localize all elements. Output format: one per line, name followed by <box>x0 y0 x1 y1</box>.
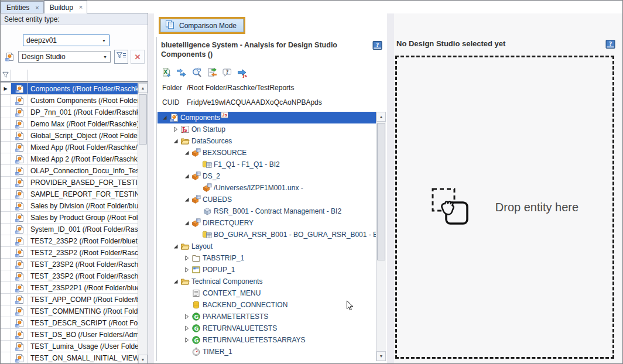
zoom-out-icon[interactable] <box>191 67 202 78</box>
tree-expand-icon[interactable] <box>182 254 191 262</box>
scroll-down-button[interactable]: ▼ <box>376 351 386 361</box>
entity-row[interactable]: PROVIDER_BASED_FOR_TESTING (/F <box>1 177 138 188</box>
row-selector-cell[interactable] <box>1 305 11 317</box>
row-selector-cell[interactable] <box>1 270 11 281</box>
scroll-thumb[interactable] <box>139 94 147 145</box>
row-selector-cell[interactable] <box>1 224 11 235</box>
tree-node[interactable]: DataSources <box>158 135 376 147</box>
entity-row[interactable]: TEST2_23SP2 (/Root Folder/bluetellig <box>1 235 138 247</box>
tree-node[interactable]: BACKEND_CONNECTION <box>158 299 376 311</box>
tree-node[interactable]: GPARAMETERTESTS <box>158 311 376 322</box>
row-selector-cell[interactable] <box>1 247 11 258</box>
row-selector-cell[interactable] <box>1 118 11 129</box>
row-selector-cell[interactable] <box>1 188 11 200</box>
tree-node[interactable]: TIMER_1 <box>158 346 376 358</box>
tree-expand-icon[interactable] <box>182 336 191 344</box>
tab-buildup[interactable]: Buildup × <box>44 1 87 13</box>
entity-row[interactable]: TEST_Lumira_Usage (/User Folders/A <box>1 341 138 352</box>
tree-collapse-icon[interactable] <box>182 219 191 227</box>
tree-collapse-icon[interactable] <box>171 242 180 250</box>
entity-row[interactable]: Global_Script_Object (/Root Folder/R <box>1 130 138 142</box>
tree-collapse-icon[interactable] <box>171 277 180 286</box>
tree-node[interactable]: Technical Components <box>158 276 376 287</box>
row-selector-cell[interactable] <box>1 259 11 270</box>
tree-collapse-icon[interactable] <box>182 149 191 157</box>
entity-row[interactable]: TEST2_23SP2 (/Root Folder/Raschke, <box>1 247 138 259</box>
tree-expand-icon[interactable] <box>171 125 180 133</box>
entity-row[interactable]: SAMPLE_REPORT_FOR_TESTING_M ( <box>1 188 138 200</box>
grid-filter-row[interactable] <box>1 70 148 81</box>
row-selector-cell[interactable] <box>1 235 11 246</box>
entity-row[interactable]: Demo Max (/Root Folder/Raschke) <box>1 118 138 130</box>
entity-row[interactable]: Custom Components (/Root Folder/Ra <box>1 95 138 107</box>
entity-row[interactable]: OLAP_Connection_Docu_Info_Test (/ <box>1 165 138 177</box>
scroll-up-button[interactable]: ▲ <box>138 83 148 93</box>
comment-question-icon[interactable]: ? <box>222 67 232 78</box>
tree-collapse-icon[interactable] <box>182 195 191 204</box>
row-selector-cell[interactable] <box>1 282 11 293</box>
row-selector-cell[interactable] <box>1 294 11 305</box>
tree-node[interactable]: JsOn Startup <box>158 123 376 135</box>
transfer-arrows-icon[interactable] <box>176 67 187 78</box>
entity-row[interactable]: TEST_ON_SMALL_INITIAL_VIEW (/Rc <box>1 352 138 364</box>
grid-filter-icon-cell[interactable] <box>11 70 28 81</box>
row-selector-cell[interactable] <box>1 165 11 176</box>
entity-drop-zone[interactable]: Drop entity here <box>395 56 614 359</box>
entity-row[interactable]: Mixed App 2 (/Root Folder/Raschke/D <box>1 153 138 165</box>
tab-entities[interactable]: Entities × <box>1 1 44 13</box>
entity-row[interactable]: TEST_COMMENTING (/Root Folder/bl <box>1 305 138 317</box>
tree-expand-icon[interactable] <box>182 266 191 274</box>
tab-entities-close-icon[interactable]: × <box>35 5 39 11</box>
row-selector-cell[interactable] <box>1 329 11 340</box>
tree-node[interactable]: DS_2 <box>158 170 376 182</box>
system-dropdown[interactable]: deepzv01 ▼ <box>23 35 109 46</box>
tab-buildup-close-icon[interactable]: × <box>79 4 83 11</box>
row-selector-cell[interactable] <box>1 142 11 153</box>
scroll-down-button[interactable]: ▼ <box>138 355 148 364</box>
export-js-icon[interactable]: Js <box>237 67 248 78</box>
tree-node[interactable]: DIRECTQUERY <box>158 217 376 229</box>
tree-node[interactable]: TABSTRIP_1 <box>158 252 376 264</box>
entity-row[interactable]: ▶Components (/Root Folder/Raschke/Te <box>1 83 138 95</box>
entity-row[interactable]: TEST_23SP2 (/Root Folder/Raschke/L <box>1 270 138 282</box>
clear-filter-button[interactable]: ✕ <box>131 50 145 64</box>
entity-row[interactable]: TEST_DESCR_SCRIPT (/Root Folder/R <box>1 317 138 329</box>
row-selector-cell[interactable] <box>1 107 11 118</box>
entity-row[interactable]: Sales by Product Group (/Root Folder <box>1 212 138 224</box>
tree-node[interactable]: CONTEXT_MENU <box>158 287 376 299</box>
entity-row[interactable]: DP_7nn_001 (/Root Folder/Raschke/T <box>1 107 138 118</box>
tree-node[interactable]: CUBEDS <box>158 194 376 205</box>
entity-row[interactable]: TEST_APP_COMP (/Root Folder/bluet <box>1 294 138 305</box>
document-compare-icon[interactable] <box>207 67 217 78</box>
entity-row[interactable]: TEST_DS_BO (/User Folders/Administ <box>1 329 138 341</box>
tree-expand-icon[interactable] <box>182 313 191 321</box>
row-selector-cell[interactable]: ▶ <box>1 83 11 94</box>
comparison-mode-button[interactable]: Comparison Mode <box>159 17 245 34</box>
entity-type-dropdown[interactable]: Design Studio ▼ <box>18 51 111 63</box>
filter-settings-button[interactable] <box>114 50 128 64</box>
tree-node[interactable]: GRETURNVALUETESTSARRAYS <box>158 334 376 346</box>
tree-node[interactable]: POPUP_1 <box>158 264 376 276</box>
row-selector-cell[interactable] <box>1 200 11 211</box>
entity-list-scrollbar[interactable]: ▲ ▼ <box>138 83 148 364</box>
tree-collapse-icon[interactable] <box>160 114 169 122</box>
entity-row[interactable]: System_ID_001 (/Root Folder/Raschk <box>1 224 138 235</box>
help-book-icon[interactable]: ? <box>372 40 382 50</box>
entity-row[interactable]: Sales by Division (/Root Folder/bluete <box>1 200 138 212</box>
panel-splitter[interactable] <box>148 13 154 364</box>
row-selector-cell[interactable] <box>1 95 11 106</box>
entity-row[interactable]: Mixed App (/Root Folder/Raschke/De <box>1 142 138 153</box>
tree-node[interactable]: ComponentsJs <box>158 112 376 123</box>
tree-node[interactable]: GRETURNVALUETESTS <box>158 322 376 334</box>
tree-scrollbar[interactable]: ▲ ▼ <box>376 112 386 361</box>
entity-row[interactable]: TEST_23SP2 (/Root Folder/Raschke/D <box>1 259 138 270</box>
row-selector-cell[interactable] <box>1 153 11 164</box>
row-selector-cell[interactable] <box>1 341 11 352</box>
tree-collapse-icon[interactable] <box>171 137 180 145</box>
tree-expand-icon[interactable] <box>182 324 191 332</box>
scroll-up-button[interactable]: ▲ <box>376 112 386 122</box>
row-selector-cell[interactable] <box>1 130 11 141</box>
row-selector-cell[interactable] <box>1 177 11 188</box>
row-selector-cell[interactable] <box>1 317 11 328</box>
help-book-icon[interactable]: ? <box>605 39 615 49</box>
